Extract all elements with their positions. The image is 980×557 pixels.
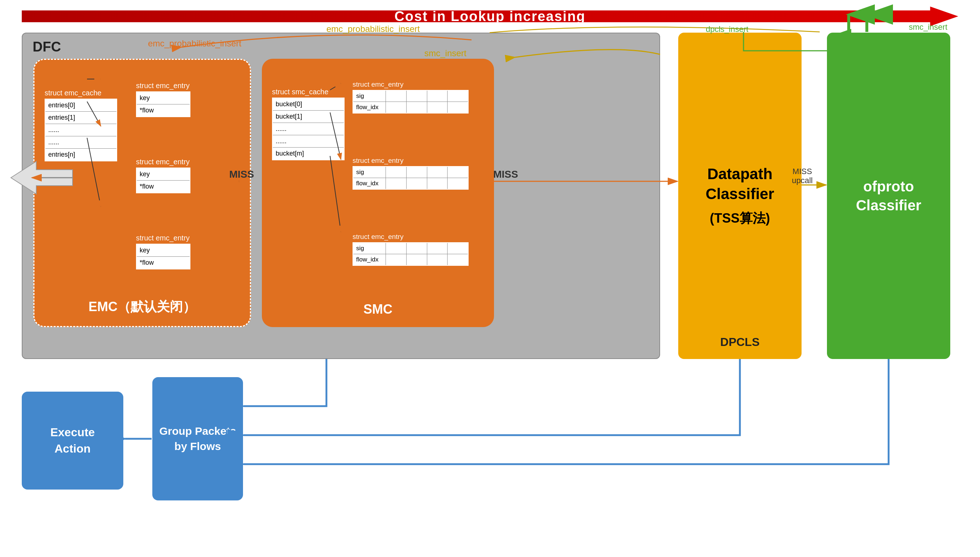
emc-entry-1: entries[1]	[46, 112, 116, 124]
smc-sig-cell1b	[407, 91, 427, 101]
smc-sig-row3: sig	[353, 243, 468, 254]
smc-sig-cell2d	[448, 167, 468, 178]
smc-label: SMC	[363, 302, 392, 317]
smc-flowid-cell3a	[386, 254, 407, 265]
smc-entry-box-2: struct emc_entry sig flow_idx	[353, 157, 469, 190]
dpcls-to-group-arrow	[244, 359, 740, 435]
emc-entry-box-1: struct emc_entry key *flow	[136, 81, 190, 117]
emc-entry-n: entries[n]	[46, 149, 116, 161]
emc-prob-insert-top-arrow	[490, 27, 820, 33]
emc-box: EMC（默认关闭） struct emc_cache entries[0] en…	[33, 59, 251, 327]
smc-flowid-row1: flow_idx	[353, 102, 468, 113]
emc-flow1: *flow	[137, 104, 190, 116]
smc-bucket-dots1: ......	[273, 123, 344, 135]
smc-sig-cell2c	[427, 167, 448, 178]
main-diagram: Cost in Lookup increasing smc_insert emc…	[0, 0, 980, 557]
smc-flowid-cell1c	[427, 102, 448, 113]
dpcls-title1: Datapath Classifier	[705, 164, 774, 204]
smc-flowid-cell3b	[407, 254, 427, 265]
smc-sig-cell2b	[407, 167, 427, 178]
execute-box: ExecuteAction	[22, 392, 123, 490]
smc-sig1: sig	[353, 91, 386, 101]
emc-cache-table: entries[0] entries[1] ...... ...... entr…	[45, 99, 117, 161]
smc-entry2-title: struct emc_entry	[353, 157, 469, 164]
smc-flowid-cell1a	[386, 102, 407, 113]
emc-key1: key	[137, 92, 190, 104]
emc-entry2-title: struct emc_entry	[136, 158, 190, 166]
emc-entry-dots2: ......	[46, 136, 116, 149]
smc-entry-box-3: struct emc_entry sig flow_idx	[353, 233, 469, 266]
emc-label: EMC（默认关闭）	[88, 298, 196, 316]
smc-flowid2: flow_idx	[353, 178, 386, 189]
smc-entry2-table: sig flow_idx	[353, 166, 469, 190]
smc-sig-cell3a	[386, 243, 407, 254]
smc-sig-cell3c	[427, 243, 448, 254]
emc-entry1-table: key *flow	[136, 91, 190, 117]
smc-flowid-cell1d	[448, 102, 468, 113]
dpcls-label: DPCLS	[720, 336, 760, 349]
dfc-box: DFC EMC（默认关闭） struct emc_cache entries[0…	[22, 33, 660, 359]
smc-box: SMC struct smc_cache bucket[0] bucket[1]…	[262, 59, 494, 327]
cost-arrow-label: Cost in Lookup increasing	[394, 9, 585, 24]
emc-key3: key	[137, 244, 190, 257]
dpcls-title2: (TSS算法)	[705, 210, 774, 227]
smc-flowid-cell2b	[407, 178, 427, 189]
emc-entry-box-2: struct emc_entry key *flow	[136, 158, 190, 193]
execute-label: ExecuteAction	[50, 424, 95, 457]
cost-arrow: Cost in Lookup increasing	[22, 7, 958, 26]
smc-cache-container: struct smc_cache bucket[0] bucket[1] ...…	[272, 88, 345, 160]
smc-sig-cell1c	[427, 91, 448, 101]
emc-entry-0: entries[0]	[46, 99, 116, 112]
emc-flow2: *flow	[137, 181, 190, 192]
emc-entry-dots1: ......	[46, 124, 116, 136]
emc-entry3-table: key *flow	[136, 244, 190, 269]
smc-entry-box-1: struct emc_entry sig flow_idx	[353, 80, 469, 114]
smc-sig-cell2a	[386, 167, 407, 178]
group-packets-box: Group Packets by Flows	[152, 377, 243, 500]
emc-cache-container: struct emc_cache entries[0] entries[1] .…	[45, 89, 117, 161]
smc-flowid-row3: flow_idx	[353, 254, 468, 265]
emc-flow3: *flow	[137, 257, 190, 269]
smc-bucket0: bucket[0]	[273, 98, 344, 111]
emc-cache-title: struct emc_cache	[45, 89, 117, 97]
smc-flowid-cell2a	[386, 178, 407, 189]
smc-sig2: sig	[353, 167, 386, 178]
ofproto-box: ofprotoClassifier	[827, 33, 950, 359]
smc-sig3: sig	[353, 243, 386, 254]
smc-to-group-arrow	[244, 359, 326, 406]
smc-sig-cell3b	[407, 243, 427, 254]
emc-entry-box-3: struct emc_entry key *flow	[136, 234, 190, 269]
cost-arrow-container: Cost in Lookup increasing	[22, 7, 958, 26]
smc-bucketm: bucket[m]	[273, 148, 344, 160]
smc-insert-top-label: smc_insert	[862, 23, 947, 32]
smc-bucket-dots2: ......	[273, 135, 344, 148]
smc-flowid1: flow_idx	[353, 102, 386, 113]
smc-sig-cell3d	[448, 243, 468, 254]
smc-cache-title: struct smc_cache	[272, 88, 345, 96]
ofproto-title: ofprotoClassifier	[856, 177, 921, 215]
smc-flowid-cell2c	[427, 178, 448, 189]
smc-sig-row1: sig	[353, 91, 468, 102]
smc-cache-table: bucket[0] bucket[1] ...... ...... bucket…	[272, 98, 345, 160]
smc-sig-row2: sig	[353, 167, 468, 178]
emc-entry1-title: struct emc_entry	[136, 81, 190, 90]
smc-entry1-table: sig flow_idx	[353, 90, 469, 114]
ofproto-title-container: ofprotoClassifier	[856, 177, 921, 215]
ofproto-to-group-arrow	[244, 359, 889, 464]
smc-entry1-title: struct emc_entry	[353, 80, 469, 88]
smc-flowid-cell2d	[448, 178, 468, 189]
smc-flowid-cell1b	[407, 102, 427, 113]
emc-entry2-table: key *flow	[136, 168, 190, 193]
smc-flowid3: flow_idx	[353, 254, 386, 265]
smc-flowid-row2: flow_idx	[353, 178, 468, 189]
smc-entry3-table: sig flow_idx	[353, 242, 469, 266]
smc-entry3-title: struct emc_entry	[353, 233, 469, 241]
dpcls-title-container: Datapath Classifier (TSS算法)	[705, 164, 774, 227]
smc-sig-cell1a	[386, 91, 407, 101]
smc-flowid-cell3c	[427, 254, 448, 265]
smc-sig-cell1d	[448, 91, 468, 101]
smc-flowid-cell3d	[448, 254, 468, 265]
emc-key2: key	[137, 168, 190, 181]
dpcls-box: Datapath Classifier (TSS算法) DPCLS	[678, 33, 801, 359]
group-label: Group Packets by Flows	[152, 423, 243, 454]
